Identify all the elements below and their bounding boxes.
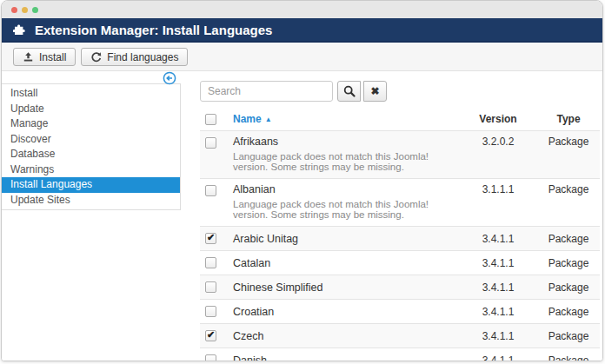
language-version: 3.4.1.1 [459,354,537,362]
table-header-row: Name ▲ Version Type [200,108,600,130]
row-checkbox[interactable] [205,306,216,317]
language-version: 3.4.1.1 [459,257,537,269]
languages-table: Name ▲ Version Type Afrikaans Language p… [200,108,600,361]
magnifier-icon [343,85,356,97]
find-languages-button[interactable]: Find languages [81,48,188,66]
sidebar-item-update-sites[interactable]: Update Sites [2,193,180,208]
language-version: 3.2.0.2 [459,136,537,148]
install-button[interactable]: Install [13,48,76,66]
search-clear-button[interactable]: ✖ [363,81,387,102]
main-area: InstallUpdateManageDiscoverDatabaseWarni… [2,71,602,361]
search-input[interactable] [200,81,333,102]
language-version: 3.4.1.1 [459,330,537,342]
app-header: Extension Manager: Install Languages [2,18,602,43]
language-type: Package [537,281,600,294]
sidebar: InstallUpdateManageDiscoverDatabaseWarni… [2,83,181,210]
find-languages-button-label: Find languages [107,51,178,63]
column-header-version: Version [459,113,537,125]
page-title: Extension Manager: Install Languages [35,23,272,37]
language-name: Afrikaans [233,136,459,148]
language-type: Package [537,306,600,318]
x-icon: ✖ [370,85,379,97]
row-checkbox[interactable] [205,330,216,341]
sidebar-item-install[interactable]: Install [2,86,180,102]
language-name: Catalan [233,257,459,269]
sidebar-item-manage[interactable]: Manage [2,116,180,132]
table-row: Albanian Language pack does not match th… [200,178,600,226]
language-version: 3.4.1.1 [459,306,537,318]
header-checkbox-cell [200,114,233,125]
column-header-type: Type [537,113,600,125]
language-version: 3.1.1.1 [459,183,537,195]
sidebar-item-update[interactable]: Update [2,102,180,117]
install-button-label: Install [39,51,66,63]
language-note: Language pack does not match this Joomla… [233,151,459,172]
row-checkbox[interactable] [205,257,216,268]
refresh-icon [90,51,102,63]
table-row: Afrikaans Language pack does not match t… [200,130,600,178]
content-area: ✖ Name ▲ Version Type [200,81,600,361]
sidebar-item-warnings[interactable]: Warnings [2,162,180,178]
select-all-checkbox[interactable] [205,114,216,125]
toolbar: Install Find languages [2,43,602,71]
table-body: Afrikaans Language pack does not match t… [200,130,600,361]
sidebar-item-database[interactable]: Database [2,147,180,162]
row-checkbox[interactable] [205,137,216,149]
table-row: Arabic Unitag 3.4.1.1 Package [200,226,600,250]
window-chrome [2,1,602,18]
row-checkbox[interactable] [205,185,216,196]
language-name: Czech [233,330,459,342]
table-row: Czech 3.4.1.1 Package [200,323,600,347]
language-type: Package [537,136,600,148]
table-row: Chinese Simplified 3.4.1.1 Package [200,275,600,299]
language-name: Arabic Unitag [233,233,459,245]
table-row: Croatian 3.4.1.1 Package [200,299,600,323]
language-name: Albanian [233,183,459,195]
language-type: Package [537,183,600,195]
language-note: Language pack does not match this Joomla… [233,199,459,220]
sidebar-menu: InstallUpdateManageDiscoverDatabaseWarni… [2,86,180,208]
language-name: Danish [233,354,459,362]
upload-icon [23,51,34,63]
language-type: Package [537,257,600,269]
column-header-name[interactable]: Name ▲ [233,113,459,125]
language-type: Package [537,233,600,245]
row-checkbox[interactable] [205,281,216,293]
language-name: Chinese Simplified [233,281,459,294]
sidebar-item-install-languages[interactable]: Install Languages [2,177,180,193]
sort-ascending-icon: ▲ [265,116,272,123]
row-checkbox[interactable] [205,354,216,361]
close-window-button[interactable] [11,7,17,13]
language-version: 3.4.1.1 [459,233,537,245]
language-type: Package [537,354,600,362]
language-type: Package [537,330,600,342]
search-bar: ✖ [200,81,600,102]
minimize-window-button[interactable] [22,7,28,13]
puzzle-icon [13,23,27,36]
browser-window: Extension Manager: Install Languages Ins… [1,0,603,361]
maximize-window-button[interactable] [32,7,38,13]
collapse-sidebar-icon[interactable] [163,71,176,85]
language-version: 3.4.1.1 [459,281,537,294]
table-row: Catalan 3.4.1.1 Package [200,250,600,275]
table-row: Danish 3.4.1.1 Package [200,347,600,361]
language-name: Croatian [233,306,459,318]
row-checkbox[interactable] [205,233,216,244]
sidebar-item-discover[interactable]: Discover [2,132,180,148]
search-submit-button[interactable] [337,81,361,102]
search-button-group: ✖ [337,81,387,102]
